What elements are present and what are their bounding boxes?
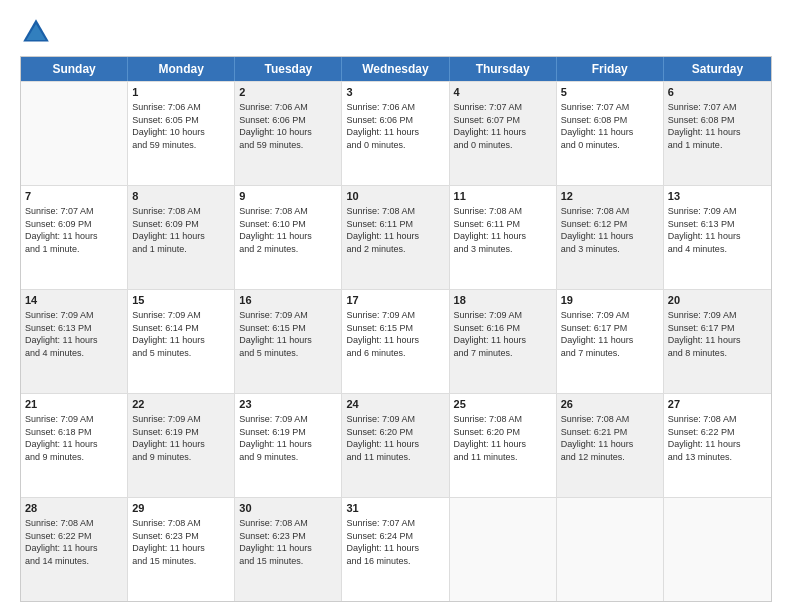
- day-number: 16: [239, 293, 337, 308]
- calendar-week-3: 14Sunrise: 7:09 AM Sunset: 6:13 PM Dayli…: [21, 289, 771, 393]
- day-number: 4: [454, 85, 552, 100]
- header-day-monday: Monday: [128, 57, 235, 81]
- day-info: Sunrise: 7:09 AM Sunset: 6:17 PM Dayligh…: [668, 310, 741, 358]
- calendar-cell: 20Sunrise: 7:09 AM Sunset: 6:17 PM Dayli…: [664, 290, 771, 393]
- calendar-cell: 15Sunrise: 7:09 AM Sunset: 6:14 PM Dayli…: [128, 290, 235, 393]
- calendar-cell: 31Sunrise: 7:07 AM Sunset: 6:24 PM Dayli…: [342, 498, 449, 601]
- day-number: 5: [561, 85, 659, 100]
- day-info: Sunrise: 7:08 AM Sunset: 6:10 PM Dayligh…: [239, 206, 312, 254]
- calendar-cell: 16Sunrise: 7:09 AM Sunset: 6:15 PM Dayli…: [235, 290, 342, 393]
- calendar-cell: 5Sunrise: 7:07 AM Sunset: 6:08 PM Daylig…: [557, 82, 664, 185]
- day-number: 6: [668, 85, 767, 100]
- day-info: Sunrise: 7:08 AM Sunset: 6:12 PM Dayligh…: [561, 206, 634, 254]
- calendar-week-4: 21Sunrise: 7:09 AM Sunset: 6:18 PM Dayli…: [21, 393, 771, 497]
- calendar: SundayMondayTuesdayWednesdayThursdayFrid…: [20, 56, 772, 602]
- day-info: Sunrise: 7:08 AM Sunset: 6:22 PM Dayligh…: [668, 414, 741, 462]
- day-number: 19: [561, 293, 659, 308]
- calendar-week-5: 28Sunrise: 7:08 AM Sunset: 6:22 PM Dayli…: [21, 497, 771, 601]
- day-info: Sunrise: 7:08 AM Sunset: 6:09 PM Dayligh…: [132, 206, 205, 254]
- day-info: Sunrise: 7:09 AM Sunset: 6:19 PM Dayligh…: [239, 414, 312, 462]
- day-number: 28: [25, 501, 123, 516]
- calendar-week-1: 1Sunrise: 7:06 AM Sunset: 6:05 PM Daylig…: [21, 81, 771, 185]
- calendar-cell: 11Sunrise: 7:08 AM Sunset: 6:11 PM Dayli…: [450, 186, 557, 289]
- calendar-cell: 17Sunrise: 7:09 AM Sunset: 6:15 PM Dayli…: [342, 290, 449, 393]
- day-info: Sunrise: 7:09 AM Sunset: 6:14 PM Dayligh…: [132, 310, 205, 358]
- day-info: Sunrise: 7:09 AM Sunset: 6:17 PM Dayligh…: [561, 310, 634, 358]
- day-info: Sunrise: 7:07 AM Sunset: 6:08 PM Dayligh…: [561, 102, 634, 150]
- day-info: Sunrise: 7:08 AM Sunset: 6:23 PM Dayligh…: [239, 518, 312, 566]
- calendar-cell: [664, 498, 771, 601]
- day-info: Sunrise: 7:06 AM Sunset: 6:06 PM Dayligh…: [239, 102, 312, 150]
- day-info: Sunrise: 7:07 AM Sunset: 6:07 PM Dayligh…: [454, 102, 527, 150]
- calendar-body: 1Sunrise: 7:06 AM Sunset: 6:05 PM Daylig…: [21, 81, 771, 601]
- header-day-saturday: Saturday: [664, 57, 771, 81]
- day-info: Sunrise: 7:09 AM Sunset: 6:20 PM Dayligh…: [346, 414, 419, 462]
- day-number: 3: [346, 85, 444, 100]
- day-number: 20: [668, 293, 767, 308]
- calendar-cell: 9Sunrise: 7:08 AM Sunset: 6:10 PM Daylig…: [235, 186, 342, 289]
- header-day-thursday: Thursday: [450, 57, 557, 81]
- day-info: Sunrise: 7:09 AM Sunset: 6:16 PM Dayligh…: [454, 310, 527, 358]
- logo-icon: [20, 16, 52, 48]
- day-number: 27: [668, 397, 767, 412]
- day-number: 21: [25, 397, 123, 412]
- day-number: 18: [454, 293, 552, 308]
- day-number: 11: [454, 189, 552, 204]
- day-number: 8: [132, 189, 230, 204]
- day-info: Sunrise: 7:07 AM Sunset: 6:24 PM Dayligh…: [346, 518, 419, 566]
- page-header: [20, 16, 772, 48]
- calendar-cell: 7Sunrise: 7:07 AM Sunset: 6:09 PM Daylig…: [21, 186, 128, 289]
- day-info: Sunrise: 7:08 AM Sunset: 6:22 PM Dayligh…: [25, 518, 98, 566]
- calendar-cell: 14Sunrise: 7:09 AM Sunset: 6:13 PM Dayli…: [21, 290, 128, 393]
- day-info: Sunrise: 7:06 AM Sunset: 6:06 PM Dayligh…: [346, 102, 419, 150]
- day-info: Sunrise: 7:07 AM Sunset: 6:08 PM Dayligh…: [668, 102, 741, 150]
- day-info: Sunrise: 7:08 AM Sunset: 6:11 PM Dayligh…: [454, 206, 527, 254]
- calendar-cell: 19Sunrise: 7:09 AM Sunset: 6:17 PM Dayli…: [557, 290, 664, 393]
- day-number: 10: [346, 189, 444, 204]
- day-number: 9: [239, 189, 337, 204]
- calendar-cell: 6Sunrise: 7:07 AM Sunset: 6:08 PM Daylig…: [664, 82, 771, 185]
- calendar-cell: 18Sunrise: 7:09 AM Sunset: 6:16 PM Dayli…: [450, 290, 557, 393]
- calendar-cell: 12Sunrise: 7:08 AM Sunset: 6:12 PM Dayli…: [557, 186, 664, 289]
- calendar-cell: 10Sunrise: 7:08 AM Sunset: 6:11 PM Dayli…: [342, 186, 449, 289]
- day-number: 26: [561, 397, 659, 412]
- header-day-friday: Friday: [557, 57, 664, 81]
- calendar-cell: [557, 498, 664, 601]
- day-info: Sunrise: 7:08 AM Sunset: 6:21 PM Dayligh…: [561, 414, 634, 462]
- day-number: 7: [25, 189, 123, 204]
- calendar-cell: 8Sunrise: 7:08 AM Sunset: 6:09 PM Daylig…: [128, 186, 235, 289]
- day-number: 17: [346, 293, 444, 308]
- day-number: 15: [132, 293, 230, 308]
- day-number: 29: [132, 501, 230, 516]
- logo: [20, 16, 58, 48]
- calendar-week-2: 7Sunrise: 7:07 AM Sunset: 6:09 PM Daylig…: [21, 185, 771, 289]
- day-number: 12: [561, 189, 659, 204]
- calendar-cell: 21Sunrise: 7:09 AM Sunset: 6:18 PM Dayli…: [21, 394, 128, 497]
- day-info: Sunrise: 7:09 AM Sunset: 6:15 PM Dayligh…: [346, 310, 419, 358]
- calendar-cell: 13Sunrise: 7:09 AM Sunset: 6:13 PM Dayli…: [664, 186, 771, 289]
- header-day-wednesday: Wednesday: [342, 57, 449, 81]
- calendar-cell: 25Sunrise: 7:08 AM Sunset: 6:20 PM Dayli…: [450, 394, 557, 497]
- header-day-tuesday: Tuesday: [235, 57, 342, 81]
- day-number: 1: [132, 85, 230, 100]
- day-number: 30: [239, 501, 337, 516]
- calendar-cell: 4Sunrise: 7:07 AM Sunset: 6:07 PM Daylig…: [450, 82, 557, 185]
- day-number: 2: [239, 85, 337, 100]
- calendar-cell: 1Sunrise: 7:06 AM Sunset: 6:05 PM Daylig…: [128, 82, 235, 185]
- day-number: 13: [668, 189, 767, 204]
- day-info: Sunrise: 7:08 AM Sunset: 6:20 PM Dayligh…: [454, 414, 527, 462]
- day-info: Sunrise: 7:06 AM Sunset: 6:05 PM Dayligh…: [132, 102, 205, 150]
- day-number: 24: [346, 397, 444, 412]
- calendar-cell: 27Sunrise: 7:08 AM Sunset: 6:22 PM Dayli…: [664, 394, 771, 497]
- day-info: Sunrise: 7:08 AM Sunset: 6:11 PM Dayligh…: [346, 206, 419, 254]
- calendar-cell: 2Sunrise: 7:06 AM Sunset: 6:06 PM Daylig…: [235, 82, 342, 185]
- calendar-cell: 24Sunrise: 7:09 AM Sunset: 6:20 PM Dayli…: [342, 394, 449, 497]
- calendar-cell: 30Sunrise: 7:08 AM Sunset: 6:23 PM Dayli…: [235, 498, 342, 601]
- header-day-sunday: Sunday: [21, 57, 128, 81]
- calendar-cell: [21, 82, 128, 185]
- calendar-cell: [450, 498, 557, 601]
- day-number: 25: [454, 397, 552, 412]
- calendar-cell: 23Sunrise: 7:09 AM Sunset: 6:19 PM Dayli…: [235, 394, 342, 497]
- day-info: Sunrise: 7:09 AM Sunset: 6:19 PM Dayligh…: [132, 414, 205, 462]
- day-info: Sunrise: 7:07 AM Sunset: 6:09 PM Dayligh…: [25, 206, 98, 254]
